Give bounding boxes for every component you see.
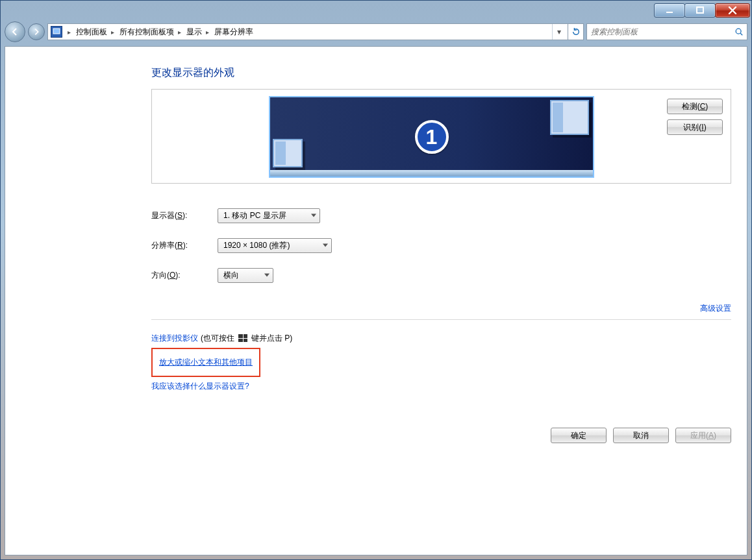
dialog-buttons: 确定 取消 应用(A) [151,428,731,443]
chevron-right-icon: ▸ [111,29,114,36]
display-label: 显示器(S): [151,210,218,221]
minimize-button[interactable] [654,3,685,18]
title-bar [1,1,751,20]
orientation-select[interactable]: 横向 [218,268,273,283]
chevron-down-icon [264,274,269,277]
windows-key-icon [238,334,247,342]
svg-rect-2 [53,29,60,34]
search-input[interactable] [587,27,731,36]
window-thumb-icon [273,139,303,167]
ok-button[interactable]: 确定 [551,428,607,443]
address-dropdown[interactable]: ▾ [552,24,565,40]
cancel-button[interactable]: 取消 [613,428,669,443]
chevron-right-icon: ▸ [68,29,71,36]
text-size-link[interactable]: 放大或缩小文本和其他项目 [159,358,253,367]
taskbar-thumb [270,170,593,177]
svg-point-3 [736,29,741,34]
display-select[interactable]: 1. 移动 PC 显示屏 [218,208,320,223]
chevron-down-icon [311,214,316,217]
control-panel-window: ▸ 控制面板▸ 所有控制面板项▸ 显示▸ 屏幕分辨率 ▾ 更改显示器的外观 1 [0,0,752,560]
forward-button[interactable] [28,23,45,40]
resolution-select-value: 1920 × 1080 (推荐) [223,240,290,251]
maximize-button[interactable] [684,3,716,18]
orientation-label: 方向(O): [151,270,218,281]
projector-hint-a: (也可按住 [201,329,234,348]
orientation-select-value: 横向 [223,270,239,281]
svg-rect-0 [666,12,673,13]
identify-button[interactable]: 识别(I) [667,119,723,135]
monitor-thumbnail[interactable]: 1 [269,96,594,178]
svg-rect-1 [697,7,703,13]
search-box[interactable] [586,23,747,40]
apply-button[interactable]: 应用(A) [675,428,731,443]
close-button[interactable] [715,3,750,18]
breadcrumb-item[interactable]: 屏幕分辨率 [214,27,253,38]
breadcrumb-item[interactable]: 显示 [186,27,202,38]
display-preview: 1 检测(C) 识别(I) [151,89,731,184]
address-bar[interactable]: ▸ 控制面板▸ 所有控制面板项▸ 显示▸ 屏幕分辨率 ▾ [47,23,568,40]
refresh-button[interactable] [568,23,584,40]
window-thumb-icon [550,100,589,135]
help-links: 连接到投影仪 (也可按住 键并点击 P) 放大或缩小文本和其他项目 我应该选择什… [151,329,731,395]
projector-hint-b: 键并点击 P) [251,329,292,348]
breadcrumb-item[interactable]: 控制面板 [76,27,107,38]
content-area: 更改显示器的外观 1 检测(C) 识别(I) 显示器(S): 1. 移动 PC … [5,46,747,555]
connect-projector-link[interactable]: 连接到投影仪 [151,329,198,348]
page-title: 更改显示器的外观 [151,66,731,80]
advanced-settings-link[interactable]: 高级设置 [151,303,731,320]
chevron-down-icon [323,244,328,247]
chevron-right-icon: ▸ [206,29,209,36]
settings-form: 显示器(S): 1. 移动 PC 显示屏 分辨率(R): 1920 × 1080… [151,201,731,290]
resolution-select[interactable]: 1920 × 1080 (推荐) [218,238,332,253]
control-panel-icon [51,26,62,38]
back-button[interactable] [5,21,25,42]
which-settings-link[interactable]: 我应该选择什么显示器设置? [151,382,249,391]
detect-button[interactable]: 检测(C) [667,99,723,114]
search-icon[interactable] [731,24,747,40]
chevron-right-icon: ▸ [178,29,181,36]
nav-bar: ▸ 控制面板▸ 所有控制面板项▸ 显示▸ 屏幕分辨率 ▾ [5,20,747,43]
display-number-badge: 1 [415,120,449,154]
breadcrumb-item[interactable]: 所有控制面板项 [119,27,174,38]
display-select-value: 1. 移动 PC 显示屏 [223,210,286,221]
resolution-label: 分辨率(R): [151,240,218,251]
svg-line-4 [740,33,742,35]
